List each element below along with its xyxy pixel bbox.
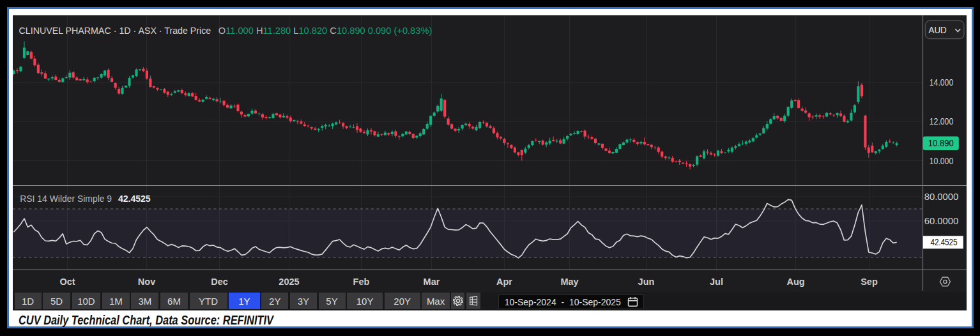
svg-text:80.0000: 80.0000 (924, 192, 958, 202)
svg-text:CLINUVEL PHARMAC · 1D · ASX ·: CLINUVEL PHARMAC · 1D · ASX · Trade Pric… (19, 26, 211, 36)
svg-text:Jul: Jul (710, 277, 723, 287)
svg-text:42.4525: 42.4525 (118, 194, 150, 204)
svg-text:Feb: Feb (353, 277, 369, 287)
svg-text:Dec: Dec (211, 277, 228, 287)
svg-text:10.000: 10.000 (929, 156, 953, 166)
svg-text:14.000: 14.000 (929, 77, 953, 88)
svg-text:AUD: AUD (928, 24, 946, 35)
svg-text:RSI 14 Wilder Simple 9: RSI 14 Wilder Simple 9 (20, 194, 112, 204)
svg-text:May: May (560, 277, 578, 287)
svg-text:Nov: Nov (137, 277, 155, 287)
svg-text:Oct: Oct (59, 277, 75, 287)
svg-text:42.4525: 42.4525 (930, 238, 957, 248)
svg-text:12.000: 12.000 (929, 117, 953, 127)
svg-text:10.890: 10.890 (928, 139, 953, 149)
svg-text:O11.000 H11.280 L10.820 C10.89: O11.000 H11.280 L10.820 C10.890 0.090 (+… (218, 26, 432, 36)
svg-text:Sep: Sep (861, 277, 878, 287)
svg-text:60.0000: 60.0000 (924, 216, 958, 226)
svg-text:Aug: Aug (786, 277, 804, 287)
svg-text:Mar: Mar (423, 277, 440, 287)
svg-text:Apr: Apr (496, 277, 512, 287)
svg-text:Jun: Jun (638, 277, 654, 287)
svg-text:2025: 2025 (279, 277, 299, 287)
